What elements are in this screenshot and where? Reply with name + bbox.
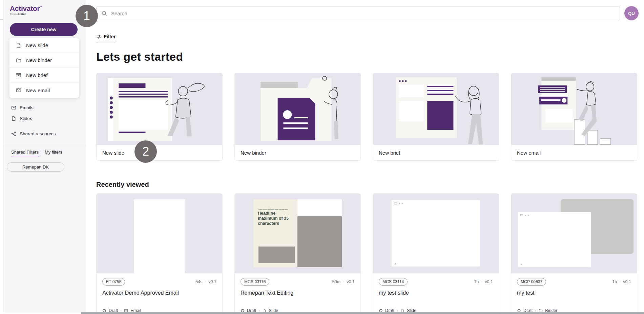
- email-preview-thumbnail: [97, 194, 222, 273]
- document-title: my test slide: [379, 290, 493, 296]
- slide-image-placeholder: [258, 247, 295, 263]
- section-title-get-started: Lets get started: [96, 50, 639, 63]
- document-title: Remepan Text Editing: [241, 290, 355, 296]
- mail-icon: [11, 105, 16, 110]
- card-new-brief[interactable]: New brief: [373, 73, 499, 161]
- share-icon: [11, 131, 16, 136]
- filter-chip-remepan-dk[interactable]: Remepan DK: [7, 162, 64, 172]
- topbar: QU: [96, 6, 639, 20]
- annotation-circle-1: 1: [76, 5, 98, 27]
- separator-dot: ·: [343, 279, 344, 284]
- slide-corner-icon: [520, 263, 522, 265]
- user-avatar[interactable]: QU: [624, 6, 639, 20]
- brief-icon: [16, 73, 21, 78]
- filter-tabs: Shared Filters My filters: [3, 150, 86, 157]
- gutter-divider: [0, 29, 3, 29]
- sidebar-divider: [3, 144, 86, 144]
- gutter-divider: [0, 19, 3, 20]
- card-label: New brief: [373, 145, 499, 160]
- search-input[interactable]: [111, 11, 615, 16]
- next-arrow-icon: [402, 202, 403, 204]
- new-slide-illustration: [97, 73, 222, 145]
- slide-preview-thumbnail: Lorem ipsum dolor sit amet, consectetur …: [235, 194, 360, 273]
- separator-dot: ·: [481, 279, 482, 284]
- menu-item-new-slide[interactable]: New slide: [9, 38, 79, 53]
- recently-viewed-cards: ET-0755 54s · v0.7 Activator Demo Approv…: [96, 193, 639, 314]
- blank-slide-thumbnail: [373, 194, 499, 273]
- trademark-symbol: ™: [40, 6, 42, 9]
- card-label: New email: [511, 145, 637, 160]
- search-bar: [96, 6, 620, 20]
- menu-item-new-brief[interactable]: New brief: [9, 68, 79, 83]
- left-gutter: [0, 0, 3, 314]
- menu-item-new-email[interactable]: New email: [9, 83, 79, 98]
- sidebar-item-emails[interactable]: Emails: [3, 102, 86, 113]
- slide-image-placeholder: [297, 216, 342, 267]
- brand-subtitle: From Anthill: [10, 13, 86, 16]
- recent-card-test-binder[interactable]: MCP-00637 1h · v0.1 my test Draft · Bi: [511, 193, 637, 314]
- menu-item-label: New email: [26, 87, 50, 93]
- menu-item-new-binder[interactable]: New binder: [9, 53, 79, 68]
- create-new-button[interactable]: Create new: [10, 23, 78, 36]
- sidebar-item-label: Emails: [20, 105, 34, 110]
- filter-button[interactable]: Filter: [96, 34, 116, 42]
- separator-dot: ·: [205, 279, 206, 284]
- card-new-slide[interactable]: New slide: [96, 73, 223, 161]
- sidebar: Activator™ From Anthill Create new New s…: [3, 0, 86, 314]
- age-version-meta: 54s · v0.7: [195, 279, 216, 284]
- horizontal-scrollbar[interactable]: [81, 312, 644, 314]
- new-brief-illustration: [373, 73, 499, 145]
- document-id-badge: MCP-00637: [517, 278, 546, 286]
- get-started-cards: New slide: [96, 73, 639, 161]
- age-version-meta: 50m · v0.1: [332, 279, 355, 284]
- recent-card-test-slide[interactable]: MCS-03114 1h · v0.1 my test slide Draft …: [373, 193, 499, 314]
- section-title-recently-viewed: Recently viewed: [96, 180, 639, 189]
- document-title: my test: [517, 290, 631, 296]
- grid-icon: [394, 202, 397, 204]
- recent-card-slide-editing[interactable]: Lorem ipsum dolor sit amet, consectetur …: [234, 193, 361, 314]
- slide-toolbar-icons: [520, 214, 529, 216]
- new-binder-illustration: [235, 73, 360, 145]
- document-id-badge: ET-0755: [102, 278, 125, 286]
- create-new-menu: New slide New binder New brief New email: [9, 38, 79, 98]
- tab-my-filters[interactable]: My filters: [45, 150, 62, 157]
- age-version-meta: 1h · v0.1: [474, 279, 493, 284]
- slide-headline-text: Headline maximum of 35 characters: [258, 211, 294, 226]
- main-content: QU Filter Lets get started: [86, 0, 644, 314]
- card-label: New slide: [97, 145, 222, 160]
- app-window: Activator™ From Anthill Create new New s…: [0, 0, 644, 314]
- card-label: New binder: [235, 145, 360, 160]
- age-version-meta: 1h · v0.1: [612, 279, 631, 284]
- filter-label: Filter: [104, 34, 116, 39]
- sidebar-item-label: Shared resources: [20, 131, 56, 136]
- menu-item-label: New slide: [26, 42, 48, 48]
- scrollbar-gap: [0, 312, 81, 314]
- card-new-email[interactable]: New email: [511, 73, 637, 161]
- filter-icon: [96, 34, 101, 39]
- tab-shared-filters[interactable]: Shared Filters: [11, 150, 39, 157]
- document-id-badge: MCS-03114: [379, 278, 408, 286]
- file-icon: [16, 43, 21, 48]
- sidebar-item-shared-resources[interactable]: Shared resources: [3, 128, 86, 139]
- mail-icon: [16, 87, 21, 93]
- sidebar-item-slides[interactable]: Slides: [3, 113, 86, 124]
- prev-arrow-icon: [525, 214, 526, 216]
- brand-name: Activator: [10, 4, 40, 12]
- brand-company: Anthill: [17, 13, 26, 16]
- new-email-illustration: [511, 73, 637, 145]
- card-new-binder[interactable]: New binder: [234, 73, 361, 161]
- search-icon: [101, 11, 107, 16]
- folder-icon: [16, 58, 21, 63]
- menu-item-label: New binder: [26, 57, 52, 63]
- next-arrow-icon: [528, 214, 529, 216]
- prev-arrow-icon: [399, 202, 400, 204]
- sidebar-nav: Emails Slides Shared resources: [3, 102, 86, 139]
- recent-card-email[interactable]: ET-0755 54s · v0.7 Activator Demo Approv…: [96, 193, 223, 314]
- slide-toolbar-icons: [394, 202, 403, 204]
- document-title: Activator Demo Approved Email: [102, 290, 216, 296]
- file-icon: [11, 116, 16, 121]
- menu-item-label: New brief: [26, 72, 47, 78]
- document-id-badge: MCS-03116: [241, 278, 269, 286]
- grid-icon: [520, 214, 523, 216]
- sidebar-item-label: Slides: [20, 116, 32, 121]
